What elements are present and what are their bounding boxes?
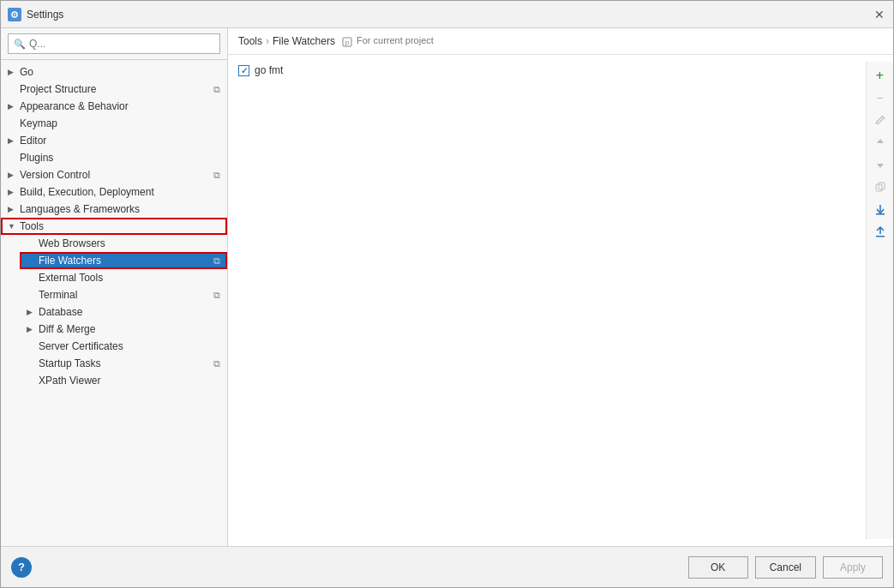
arrow-icon: ▶ [8,205,20,213]
sidebar-item-label: Server Certificates [39,340,220,352]
apply-button[interactable]: Apply [823,556,883,579]
breadcrumb: Tools › File Watchers p For current proj… [228,28,893,55]
titlebar: Settings ✕ [1,1,893,28]
svg-rect-7 [876,236,885,237]
sidebar-item-label: Keymap [20,117,220,129]
sidebar-item-label: External Tools [39,272,220,284]
breadcrumb-tools[interactable]: Tools [238,35,262,47]
import-button[interactable] [870,199,891,219]
arrow-icon: ▶ [27,308,39,316]
external-link-icon: ⧉ [213,170,220,181]
toolbar-right: + − [866,62,893,539]
arrow-icon: ▼ [8,222,20,231]
titlebar-left: Settings [8,8,63,21]
sidebar-item-project-structure[interactable]: Project Structure ⧉ [1,81,227,98]
external-link-icon: ⧉ [213,255,220,267]
ok-button[interactable]: OK [688,556,748,579]
external-link-icon: ⧉ [213,290,220,301]
breadcrumb-file-watchers: File Watchers [273,35,335,47]
sidebar-item-database[interactable]: ▶ Database [20,303,227,321]
watcher-list: go fmt [228,62,866,539]
arrow-icon: ▶ [8,188,20,196]
sidebar-item-languages-frameworks[interactable]: ▶ Languages & Frameworks [1,201,227,218]
sidebar-item-label: Plugins [20,152,220,164]
sidebar-item-label: Database [39,306,220,318]
window-title: Settings [27,9,63,21]
main-panel: Tools › File Watchers p For current proj… [228,28,893,546]
copy-button[interactable] [870,177,891,197]
breadcrumb-separator: › [266,35,269,47]
help-button[interactable]: ? [11,557,32,578]
bottom-left: ? [11,557,32,578]
arrow-icon: ▶ [8,68,20,76]
sidebar-item-label: Languages & Frameworks [20,203,220,215]
watcher-item-go-fmt[interactable]: go fmt [228,62,866,79]
breadcrumb-note: p For current project [342,35,434,46]
sidebar-item-label: Version Control [20,169,210,181]
settings-icon [8,8,21,21]
search-wrapper[interactable]: 🔍 [8,33,220,54]
move-up-button[interactable] [870,132,891,153]
bottom-bar: ? OK Cancel Apply [1,546,893,587]
sidebar-item-version-control[interactable]: ▶ Version Control ⧉ [1,166,227,183]
sidebar-item-tools[interactable]: ▼ Tools [1,218,227,235]
sidebar-item-label: Tools [20,220,220,232]
cancel-button[interactable]: Cancel [755,556,816,579]
watcher-checkbox[interactable] [238,65,249,76]
search-input[interactable] [29,38,214,50]
settings-window: Settings ✕ 🔍 ▶ Go Proj [0,0,894,588]
remove-button[interactable]: − [870,87,891,108]
sidebar-item-external-tools[interactable]: External Tools [20,269,227,286]
tools-subitems: Web Browsers File Watchers ⧉ External To… [1,235,227,389]
arrow-icon: ▶ [8,136,20,145]
sidebar-item-terminal[interactable]: Terminal ⧉ [20,286,227,303]
external-link-icon: ⧉ [213,358,220,369]
sidebar-item-label: Terminal [39,289,210,301]
watcher-area: go fmt + − [228,55,893,546]
sidebar-item-startup-tasks[interactable]: Startup Tasks ⧉ [20,355,227,372]
move-down-button[interactable] [870,154,891,175]
nav-tree: ▶ Go Project Structure ⧉ ▶ Appearance & … [1,60,227,393]
arrow-icon: ▶ [8,102,20,111]
sidebar-item-label: Appearance & Behavior [20,100,220,112]
svg-rect-6 [876,213,885,215]
sidebar-item-label: File Watchers [39,255,210,267]
sidebar-item-label: Project Structure [20,83,210,95]
sidebar-item-web-browsers[interactable]: Web Browsers [20,235,227,252]
search-icon: 🔍 [14,39,26,50]
arrow-icon: ▶ [8,171,20,179]
sidebar-item-label: Diff & Merge [39,323,220,335]
sidebar-item-appearance-behavior[interactable]: ▶ Appearance & Behavior [1,98,227,115]
sidebar-item-label: Web Browsers [39,237,220,249]
sidebar-item-editor[interactable]: ▶ Editor [1,132,227,149]
sidebar-item-file-watchers[interactable]: File Watchers ⧉ [20,252,227,269]
sidebar-item-label: XPath Viewer [39,375,220,387]
sidebar-item-build-execution[interactable]: ▶ Build, Execution, Deployment [1,183,227,201]
sidebar-item-label: Go [20,66,220,78]
close-button[interactable]: ✕ [873,8,886,21]
search-bar: 🔍 [1,28,227,60]
sidebar-item-xpath-viewer[interactable]: XPath Viewer [20,372,227,389]
sidebar-item-label: Startup Tasks [39,357,210,369]
external-link-icon: ⧉ [213,84,220,95]
add-button[interactable]: + [870,65,891,86]
sidebar-item-label: Build, Execution, Deployment [20,186,220,198]
sidebar-item-server-certificates[interactable]: Server Certificates [20,338,227,355]
svg-point-1 [14,14,15,15]
sidebar-item-keymap[interactable]: Keymap [1,115,227,132]
arrow-icon: ▶ [27,325,39,333]
export-button[interactable] [870,221,891,242]
sidebar-item-go[interactable]: ▶ Go [1,63,227,81]
sidebar-item-plugins[interactable]: Plugins [1,149,227,166]
sidebar: 🔍 ▶ Go Project Structure ⧉ ▶ [1,28,228,546]
content-area: 🔍 ▶ Go Project Structure ⧉ ▶ [1,28,893,546]
edit-button[interactable] [870,110,891,130]
sidebar-item-label: Editor [20,135,220,147]
sidebar-item-diff-merge[interactable]: ▶ Diff & Merge [20,321,227,338]
watcher-label: go fmt [255,64,283,76]
svg-text:p: p [345,39,350,46]
